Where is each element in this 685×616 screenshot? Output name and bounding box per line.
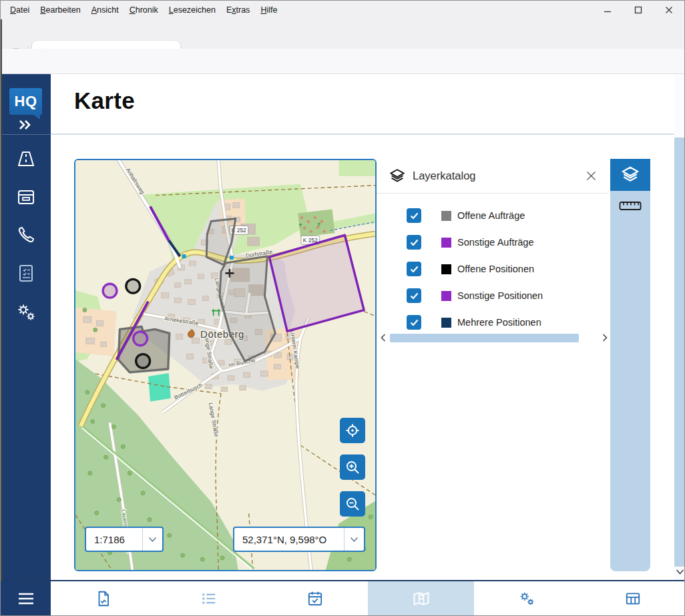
tab-bar: HQ Vertriebs- und Demoumgeb [1,19,684,49]
menu-hilfe[interactable]: Hilfe [255,3,282,17]
layer-label: Mehrere Positionen [457,317,541,328]
nav-documents-button[interactable] [70,581,137,616]
layer-color-swatch [441,291,451,301]
position-marker-offene-1 [126,279,140,293]
coordinates-value: 52,371°N, 9,598°O [234,534,334,545]
layer-row: Offene Positionen [377,256,609,282]
table-icon [624,590,642,607]
map-container[interactable]: K 252 K 252 Anhaltsweg Dorfstraße Arneke… [74,159,377,571]
bottom-menu-button[interactable] [1,581,51,616]
scale-select[interactable]: 1:7186 [85,527,164,552]
nav-list-button[interactable] [176,581,242,616]
calendar-icon [16,187,36,207]
layer-checkbox-checked[interactable] [407,262,421,276]
sidebar-item-settings[interactable] [14,300,37,324]
layer-label: Sonstige Aufträge [457,237,533,248]
bottom-navigation [1,581,685,616]
chevron-down-icon[interactable] [344,528,364,551]
layer-catalog-header: Layerkatalog [377,159,609,194]
page-title: Karte [74,87,135,114]
locate-icon [345,422,361,438]
zoom-out-icon [345,496,361,512]
horizontal-scrollbar[interactable] [377,331,609,346]
layer-row: Offene Aufträge [377,202,609,229]
maximize-button[interactable] [623,1,654,19]
scroll-down-icon[interactable] [676,569,684,575]
menu-extras[interactable]: Extras [221,3,255,17]
bus-stop-icon [230,256,234,260]
zoom-in-button[interactable] [340,454,365,480]
browser-window: Datei Bearbeiten Ansicht Chronik Lesezei… [0,0,685,616]
scrollbar-thumb[interactable] [390,334,579,342]
nav-calendar-button[interactable] [282,581,349,616]
layer-checkbox-checked[interactable] [407,235,421,250]
hq-logo[interactable]: HQ [9,88,42,115]
scale-value: 1:7186 [86,534,133,545]
position-marker-offene-2 [136,354,150,368]
calendar-check-icon [306,590,324,607]
title-separator [51,133,674,135]
vertical-scrollbar[interactable] [674,74,685,580]
sidebar-item-planning[interactable] [14,185,37,208]
clipboard-list-icon [16,263,36,283]
layer-checkbox-checked[interactable] [407,288,421,303]
gears-icon [15,302,37,323]
scrollbar-thumb[interactable] [674,137,685,567]
menu-ansicht[interactable]: Ansicht [86,3,124,17]
position-marker-sonstige-2 [134,332,148,346]
layer-color-swatch [441,238,451,248]
layer-catalog-tool-button[interactable] [610,159,650,191]
menu-chronik[interactable]: Chronik [124,3,164,17]
layers-icon [620,165,640,185]
menu-datei[interactable]: Datei [5,3,35,17]
layer-color-swatch [441,211,451,221]
measure-tool-button[interactable] [610,191,650,220]
minimize-button[interactable] [592,1,623,19]
sidebar-item-phone[interactable] [14,223,37,246]
nav-settings-button[interactable] [493,581,560,616]
layer-color-swatch [441,264,451,274]
zoom-out-button[interactable] [340,491,365,517]
zoom-in-icon [345,459,361,475]
ruler-icon [619,199,642,212]
app-sidebar: HQ [1,74,51,580]
layer-row: Sonstige Aufträge [377,229,609,256]
layers-icon [389,168,406,185]
coordinates-select[interactable]: 52,371°N, 9,598°O [233,527,365,552]
close-icon[interactable] [582,168,600,185]
position-marker-sonstige-1 [103,284,117,298]
road-icon [15,148,37,170]
scroll-left-icon[interactable] [378,332,389,343]
sidebar-expand-icon[interactable] [17,118,35,131]
chevron-down-icon[interactable] [142,528,162,551]
sidebar-item-checklist[interactable] [14,261,37,284]
layer-catalog-panel: Layerkatalog Offene Aufträge Sonstige Au… [377,159,609,350]
sidebar-item-roads[interactable] [14,147,37,170]
layer-label: Offene Aufträge [457,210,525,221]
layer-catalog-title: Layerkatalog [413,170,475,182]
phone-icon [16,225,36,245]
scroll-right-icon[interactable] [600,332,610,343]
close-window-button[interactable] [654,1,684,19]
map-icon [412,589,431,608]
map-tools-toolbar [610,159,650,571]
menu-lesezeichen[interactable]: Lesezeichen [164,3,221,17]
menu-bearbeiten[interactable]: Bearbeiten [35,3,85,17]
navigation-toolbar: https:// A [1,49,684,74]
list-icon [200,590,218,607]
layer-checkbox-checked[interactable] [407,315,421,330]
nav-map-button-active[interactable] [388,581,455,616]
layer-label: Offene Positionen [457,264,534,274]
layer-checkbox-checked[interactable] [407,208,421,223]
layer-color-swatch [441,318,451,328]
bus-stop-icon [182,254,186,258]
menu-bar: Datei Bearbeiten Ansicht Chronik Lesezei… [1,1,684,19]
locate-button[interactable] [340,418,365,443]
nav-table-button[interactable] [600,581,666,616]
sidebar-separator [1,134,51,135]
document-icon [95,590,112,607]
map-canvas[interactable]: K 252 K 252 Anhaltsweg Dorfstraße Arneke… [75,160,375,570]
page-content: HQ Karte [1,74,685,580]
main-area: Karte [51,74,685,580]
layer-label: Sonstige Positionen [457,290,543,301]
